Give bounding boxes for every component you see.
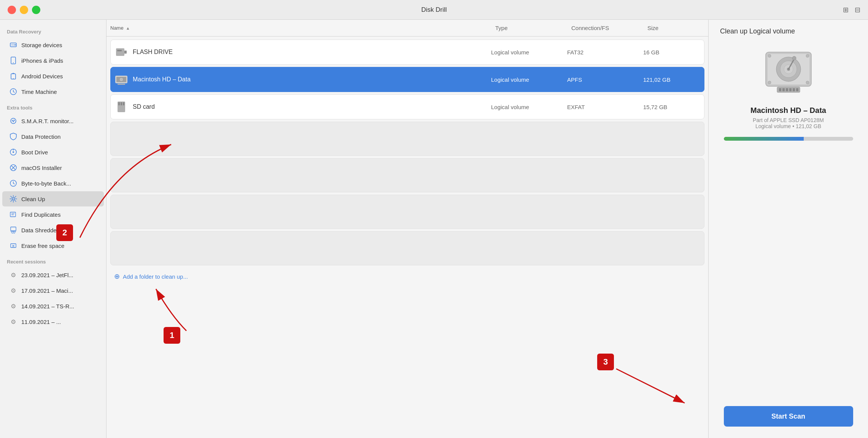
sidebar-label-erase-free-space: Erase free space bbox=[21, 243, 64, 249]
svg-point-16 bbox=[12, 198, 14, 200]
title-bar: Disk Drill ⊞ ⊟ bbox=[0, 0, 868, 20]
section-label-data-recovery: Data Recovery bbox=[0, 24, 106, 37]
clean-up-icon bbox=[9, 195, 17, 203]
storage-bar bbox=[724, 137, 853, 141]
table-content: FLASH DRIVE Logical volume FAT32 16 GB bbox=[107, 36, 708, 438]
content-area: Name ▲ Type Connection/FS Size bbox=[107, 20, 708, 438]
sidebar-label-session-3: 14.09.2021 – TS-R... bbox=[21, 303, 74, 309]
svg-point-8 bbox=[11, 118, 16, 124]
sidebar-item-iphones-ipads[interactable]: iPhones & iPads bbox=[2, 53, 104, 68]
sidebar-item-erase-free-space[interactable]: Erase free space bbox=[2, 238, 104, 253]
section-label-recent-sessions: Recent sessions bbox=[0, 254, 106, 267]
sidebar-item-session-4[interactable]: ⚙ 11.09.2021 – ... bbox=[2, 314, 104, 329]
sidebar-item-clean-up[interactable]: Clean Up bbox=[2, 191, 104, 206]
macintosh-drive-name: Macintosh HD – Data bbox=[133, 76, 191, 83]
svg-point-47 bbox=[806, 54, 809, 57]
sidebar-item-session-2[interactable]: ⚙ 17.09.2021 – Maci... bbox=[2, 283, 104, 298]
sdcard-icon bbox=[114, 100, 128, 114]
svg-rect-33 bbox=[118, 84, 125, 85]
empty-folder-4 bbox=[110, 231, 704, 265]
sidebar-label-smart-monitor: S.M.A.R.T. monitor... bbox=[21, 118, 74, 124]
macintosh-type: Logical volume bbox=[491, 76, 567, 83]
svg-line-24 bbox=[14, 232, 15, 233]
session-4-icon: ⚙ bbox=[9, 317, 17, 326]
add-folder-label: Add a folder to clean up... bbox=[123, 273, 188, 280]
smart-monitor-icon bbox=[9, 117, 17, 125]
svg-point-48 bbox=[768, 81, 771, 84]
sort-arrow-icon: ▲ bbox=[126, 26, 130, 30]
macintosh-name-col: Macintosh HD – Data bbox=[114, 73, 491, 86]
traffic-lights bbox=[8, 6, 40, 14]
minimize-button[interactable] bbox=[20, 6, 28, 14]
sidebar-item-time-machine[interactable]: Time Machine bbox=[2, 84, 104, 99]
sidebar-item-find-duplicates[interactable]: Find Duplicates bbox=[2, 207, 104, 222]
table-header: Name ▲ Type Connection/FS Size bbox=[107, 20, 708, 36]
svg-rect-54 bbox=[789, 88, 792, 91]
empty-folder-2 bbox=[110, 158, 704, 192]
sidebar-item-storage-devices[interactable]: Storage devices bbox=[2, 37, 104, 52]
col-header-connection: Connection/FS bbox=[571, 25, 647, 31]
flash-drive-type: Logical volume bbox=[491, 49, 567, 56]
macintosh-size: 121,02 GB bbox=[643, 76, 700, 83]
data-protection-icon bbox=[9, 132, 17, 141]
right-panel-title: Clean up Logical volume bbox=[720, 27, 795, 35]
drive-row-sdcard[interactable]: SD card Logical volume EXFAT 15,72 GB bbox=[110, 94, 704, 119]
svg-point-2 bbox=[15, 44, 16, 46]
drive-row-macintosh[interactable]: Macintosh HD – Data Logical volume APFS … bbox=[110, 67, 704, 92]
maximize-button[interactable] bbox=[32, 6, 40, 14]
android-icon bbox=[9, 72, 17, 80]
sidebar-label-byte-backup: Byte-to-byte Back... bbox=[21, 180, 71, 187]
data-shredder-icon bbox=[9, 226, 17, 234]
sidebar-label-data-protection: Data Protection bbox=[21, 133, 60, 140]
sidebar-item-session-1[interactable]: ⚙ 23.09.2021 – JetFl... bbox=[2, 267, 104, 282]
svg-rect-27 bbox=[124, 51, 127, 54]
sidebar-item-byte-backup[interactable]: Byte-to-byte Back... bbox=[2, 176, 104, 191]
sdcard-drive-name: SD card bbox=[133, 103, 155, 110]
panel-drive-sub1: Part of APPLE SSD AP0128M Logical volume… bbox=[753, 117, 824, 129]
svg-line-22 bbox=[11, 232, 13, 233]
macintosh-drive-icon bbox=[114, 73, 128, 86]
storage-bar-used bbox=[724, 137, 804, 141]
sidebar-label-session-1: 23.09.2021 – JetFl... bbox=[21, 272, 73, 278]
macos-installer-icon bbox=[9, 163, 17, 172]
svg-point-32 bbox=[121, 79, 122, 80]
flash-drive-size: 16 GB bbox=[643, 49, 700, 56]
svg-rect-20 bbox=[11, 227, 16, 231]
panel-drive-name: Macintosh HD – Data bbox=[750, 106, 826, 115]
section-label-extra-tools: Extra tools bbox=[0, 100, 106, 113]
flash-drive-icon bbox=[114, 45, 128, 59]
drive-row-flash[interactable]: FLASH DRIVE Logical volume FAT32 16 GB bbox=[110, 40, 704, 65]
sdcard-name-col: SD card bbox=[114, 100, 491, 114]
sidebar-label-time-machine: Time Machine bbox=[21, 89, 57, 95]
empty-folder-3 bbox=[110, 195, 704, 229]
split-view-icon[interactable]: ⊟ bbox=[855, 6, 860, 14]
add-folder-row[interactable]: ⊕ Add a folder to clean up... bbox=[110, 268, 704, 285]
flash-drive-name: FLASH DRIVE bbox=[133, 49, 173, 56]
sidebar-label-boot-drive: Boot Drive bbox=[21, 149, 48, 156]
sidebar-item-smart-monitor[interactable]: S.M.A.R.T. monitor... bbox=[2, 113, 104, 129]
sidebar-item-android-devices[interactable]: Android Devices bbox=[2, 68, 104, 84]
svg-rect-25 bbox=[11, 244, 16, 248]
sidebar-item-session-3[interactable]: ⚙ 14.09.2021 – TS-R... bbox=[2, 298, 104, 314]
col-name-label: Name bbox=[110, 25, 124, 31]
svg-rect-56 bbox=[796, 88, 798, 91]
sidebar-item-data-protection[interactable]: Data Protection bbox=[2, 129, 104, 144]
sidebar-label-session-2: 17.09.2021 – Maci... bbox=[21, 287, 73, 294]
svg-rect-28 bbox=[117, 50, 122, 51]
find-duplicates-icon bbox=[9, 210, 17, 219]
sdcard-type: Logical volume bbox=[491, 104, 567, 110]
sidebar-item-data-shredder[interactable]: Data Shredder bbox=[2, 222, 104, 238]
svg-rect-17 bbox=[10, 212, 16, 217]
sidebar-item-boot-drive[interactable]: Boot Drive bbox=[2, 144, 104, 160]
sidebar-item-macos-installer[interactable]: macOS Installer bbox=[2, 160, 104, 175]
sidebar-label-find-duplicates: Find Duplicates bbox=[21, 211, 60, 218]
sidebar-label-data-shredder: Data Shredder bbox=[21, 227, 59, 233]
svg-point-49 bbox=[806, 81, 809, 84]
boot-drive-icon bbox=[9, 148, 17, 156]
grid-view-icon[interactable]: ⊞ bbox=[843, 6, 849, 14]
start-scan-button[interactable]: Start Scan bbox=[724, 406, 853, 427]
close-button[interactable] bbox=[8, 6, 16, 14]
sidebar-label-macos-installer: macOS Installer bbox=[21, 165, 62, 171]
flash-drive-connection: FAT32 bbox=[567, 49, 643, 56]
col-header-name: Name ▲ bbox=[110, 25, 495, 31]
